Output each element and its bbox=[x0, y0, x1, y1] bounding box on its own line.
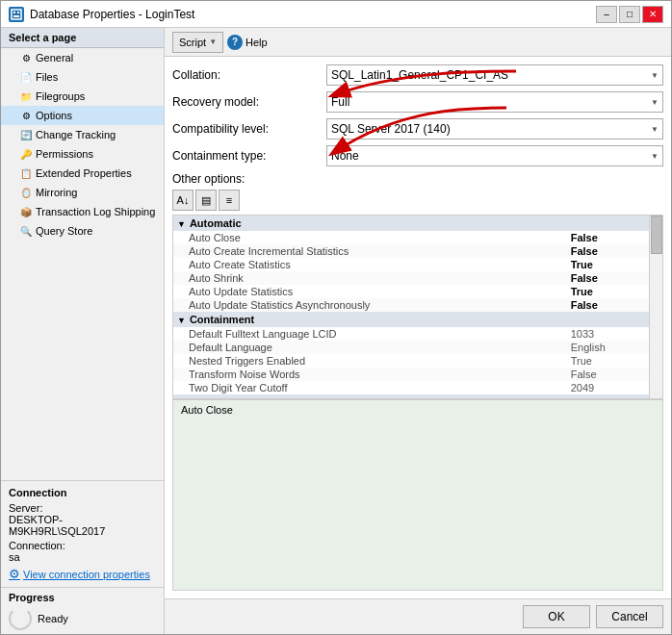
icon-bar: A↓ ▤ ≡ bbox=[172, 190, 663, 211]
toolbar: Script ▼ ? Help bbox=[165, 28, 671, 57]
sidebar: Select a page ⚙ General 📄 Files 📁 Filegr… bbox=[1, 28, 165, 634]
row-label: Default Fulltext Language LCID bbox=[173, 327, 567, 341]
svg-rect-2 bbox=[17, 12, 19, 13]
permissions-icon: 🔑 bbox=[20, 148, 32, 160]
sidebar-item-permissions-label: Permissions bbox=[36, 148, 93, 160]
options-table-container[interactable]: ▼AutomaticAuto CloseFalseAuto Create Inc… bbox=[172, 215, 663, 399]
collation-label: Collation: bbox=[172, 68, 326, 82]
connection-server-value: DESKTOP-M9KH9RL\SQL2017 bbox=[9, 514, 105, 537]
containment-row: Containment type: None ▼ bbox=[172, 145, 663, 166]
az-sort-button[interactable]: A↓ bbox=[172, 190, 194, 211]
svg-rect-0 bbox=[12, 10, 21, 19]
row-label: Nested Triggers Enabled bbox=[173, 354, 567, 368]
sidebar-item-change-tracking[interactable]: 🔄 Change Tracking bbox=[1, 125, 164, 144]
ok-button[interactable]: OK bbox=[523, 605, 590, 628]
view-connection-props-link[interactable]: ⚙ View connection properties bbox=[9, 567, 156, 581]
content-area: Select a page ⚙ General 📄 Files 📁 Filegr… bbox=[1, 28, 671, 634]
properties-area: Collation: SQL_Latin1_General_CP1_CI_AS … bbox=[165, 57, 671, 598]
sidebar-item-general[interactable]: ⚙ General bbox=[1, 48, 164, 67]
script-button[interactable]: Script ▼ bbox=[172, 32, 223, 53]
files-icon: 📄 bbox=[20, 71, 32, 83]
sidebar-item-mirroring-label: Mirroring bbox=[36, 187, 77, 198]
sidebar-item-query-store[interactable]: 🔍 Query Store bbox=[1, 221, 164, 241]
properties-button[interactable]: ≡ bbox=[219, 190, 240, 211]
section-chevron: ▼ bbox=[177, 219, 186, 229]
close-button[interactable]: ✕ bbox=[642, 6, 663, 23]
sidebar-item-ext-props-label: Extended Properties bbox=[36, 167, 132, 179]
sidebar-item-permissions[interactable]: 🔑 Permissions bbox=[1, 144, 164, 164]
sidebar-item-transaction-log-label: Transaction Log Shipping bbox=[36, 206, 155, 217]
title-bar: Database Properties - LoginTest – □ ✕ bbox=[1, 1, 671, 28]
connection-section: Connection Server: DESKTOP-M9KH9RL\SQL20… bbox=[1, 480, 164, 587]
compatibility-dropdown[interactable]: SQL Server 2017 (140) ▼ bbox=[326, 118, 663, 140]
help-label: Help bbox=[246, 37, 268, 48]
title-buttons: – □ ✕ bbox=[596, 6, 663, 23]
row-label: Auto Create Statistics bbox=[173, 258, 567, 271]
progress-status: Ready bbox=[9, 607, 156, 630]
row-label: Auto Shrink bbox=[173, 271, 567, 285]
table-row[interactable]: Auto Create StatisticsTrue bbox=[173, 258, 662, 271]
containment-dropdown[interactable]: None ▼ bbox=[326, 145, 663, 166]
minimize-button[interactable]: – bbox=[596, 6, 617, 23]
table-row[interactable]: Default LanguageEnglish bbox=[173, 341, 662, 354]
recovery-row: Recovery model: Full ▼ bbox=[172, 91, 663, 113]
transaction-log-icon: 📦 bbox=[20, 206, 32, 217]
main-panel: Script ▼ ? Help bbox=[165, 28, 671, 634]
sidebar-item-options[interactable]: ⚙ Options bbox=[1, 106, 164, 125]
scrollbar-track[interactable] bbox=[649, 216, 662, 398]
recovery-value: Full bbox=[331, 95, 349, 109]
options-icon: ⚙ bbox=[20, 110, 32, 121]
containment-label: Containment type: bbox=[172, 149, 326, 163]
progress-section: Progress Ready bbox=[1, 587, 164, 634]
ext-props-icon: 📋 bbox=[20, 167, 32, 179]
section-header-row: ▼Cursor bbox=[173, 394, 662, 399]
table-row[interactable]: Two Digit Year Cutoff2049 bbox=[173, 381, 662, 394]
recovery-label: Recovery model: bbox=[172, 95, 326, 109]
collation-row: Collation: SQL_Latin1_General_CP1_CI_AS … bbox=[172, 64, 663, 86]
row-label: Default Language bbox=[173, 341, 567, 354]
sidebar-item-files-label: Files bbox=[36, 71, 58, 83]
sidebar-item-transaction-log[interactable]: 📦 Transaction Log Shipping bbox=[1, 202, 164, 221]
recovery-dropdown[interactable]: Full ▼ bbox=[326, 91, 663, 113]
compatibility-label: Compatibility level: bbox=[172, 122, 326, 136]
table-row[interactable]: Nested Triggers EnabledTrue bbox=[173, 354, 662, 368]
filegroups-icon: 📁 bbox=[20, 90, 32, 102]
connection-user-info: Connection: sa bbox=[9, 540, 156, 563]
help-button[interactable]: ? Help bbox=[227, 35, 268, 50]
recovery-arrow: ▼ bbox=[651, 98, 659, 107]
cancel-button[interactable]: Cancel bbox=[596, 605, 663, 628]
maximize-button[interactable]: □ bbox=[619, 6, 640, 23]
title-bar-left: Database Properties - LoginTest bbox=[9, 7, 194, 22]
row-label: Auto Create Incremental Statistics bbox=[173, 244, 567, 258]
change-tracking-icon: 🔄 bbox=[20, 129, 32, 140]
query-store-icon: 🔍 bbox=[20, 225, 32, 237]
script-label: Script bbox=[179, 37, 206, 48]
compatibility-arrow: ▼ bbox=[651, 125, 659, 134]
connection-user-value: sa bbox=[9, 551, 20, 563]
table-row[interactable]: Default Fulltext Language LCID1033 bbox=[173, 327, 662, 341]
table-row[interactable]: Transform Noise WordsFalse bbox=[173, 368, 662, 381]
section-chevron: ▼ bbox=[177, 398, 186, 399]
bottom-bar: OK Cancel bbox=[165, 598, 671, 634]
scrollbar-thumb[interactable] bbox=[651, 216, 662, 254]
detail-label: Auto Close bbox=[181, 404, 233, 416]
category-button[interactable]: ▤ bbox=[195, 190, 217, 211]
collation-arrow: ▼ bbox=[651, 71, 659, 80]
script-dropdown-arrow: ▼ bbox=[209, 38, 217, 46]
sidebar-item-filegroups[interactable]: 📁 Filegroups bbox=[1, 87, 164, 106]
main-window: Database Properties - LoginTest – □ ✕ Se… bbox=[0, 0, 672, 635]
section-chevron: ▼ bbox=[177, 316, 186, 325]
sidebar-item-extended-properties[interactable]: 📋 Extended Properties bbox=[1, 164, 164, 183]
table-row[interactable]: Auto CloseFalse bbox=[173, 231, 662, 244]
table-row[interactable]: Auto Create Incremental StatisticsFalse bbox=[173, 244, 662, 258]
row-label: Transform Noise Words bbox=[173, 368, 567, 381]
compatibility-value: SQL Server 2017 (140) bbox=[331, 122, 451, 136]
table-row[interactable]: Auto ShrinkFalse bbox=[173, 271, 662, 285]
sidebar-item-files[interactable]: 📄 Files bbox=[1, 67, 164, 87]
sidebar-item-mirroring[interactable]: 🪞 Mirroring bbox=[1, 183, 164, 202]
table-row[interactable]: Auto Update StatisticsTrue bbox=[173, 285, 662, 298]
collation-dropdown[interactable]: SQL_Latin1_General_CP1_CI_AS ▼ bbox=[326, 64, 663, 86]
table-row[interactable]: Auto Update Statistics AsynchronouslyFal… bbox=[173, 298, 662, 312]
sidebar-item-query-store-label: Query Store bbox=[36, 225, 92, 237]
connection-server-label: Server: DESKTOP-M9KH9RL\SQL2017 bbox=[9, 502, 156, 537]
